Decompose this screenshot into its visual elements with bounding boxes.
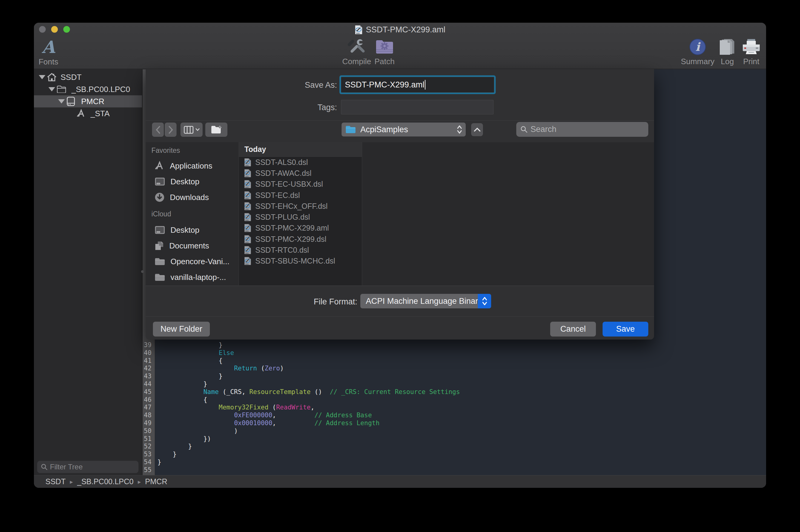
tree-item-ssdt[interactable]: SSDT (34, 71, 142, 83)
cancel-button[interactable]: Cancel (550, 322, 596, 337)
location-value: AcpiSamples (360, 125, 408, 134)
icloud-header: iCloud (151, 210, 171, 218)
file-list-item[interactable]: SSDT-EC-USBX.dsl (239, 179, 362, 190)
up-down-chevrons-icon (482, 297, 487, 306)
chevron-left-icon (156, 126, 161, 134)
pane-splitter-handle[interactable] (141, 270, 144, 273)
file-name: SSDT-EHCx_OFF.dsl (255, 202, 328, 211)
code-line: 48 0xFE000000, // Address Base (143, 412, 766, 419)
sidebar-item-applications[interactable]: Applications (146, 158, 239, 173)
downloads-icon (155, 192, 164, 202)
device-icon (67, 97, 75, 106)
method-icon (77, 109, 86, 118)
toolbar-print-button[interactable]: Print (727, 37, 766, 66)
filter-tree-field[interactable] (37, 461, 139, 473)
toolbar-fonts-button[interactable]: A Fonts (34, 37, 73, 66)
filter-tree-input[interactable] (50, 463, 135, 471)
code-line: 41 { (143, 357, 766, 365)
file-list-item[interactable]: SSDT-PLUG.dsl (239, 211, 362, 223)
save-button[interactable]: Save (602, 322, 648, 337)
tags-label: Tags: (277, 103, 337, 112)
breadcrumb-item: SSDT (45, 477, 66, 486)
search-input[interactable] (531, 125, 644, 134)
breadcrumb-separator-icon: ▸ (138, 478, 141, 486)
save-as-value: SSDT-PMC-X299.aml (345, 80, 425, 90)
new-folder-button[interactable]: New Folder (153, 322, 210, 337)
file-list-item[interactable]: SSDT-PMC-X299.dsl (239, 234, 362, 245)
chevron-down-icon (196, 128, 200, 131)
file-browser: Favorites Applications Desktop Downloads… (146, 142, 654, 285)
toolbar-patch-button[interactable]: Patch (360, 37, 409, 66)
sidebar-item-icloud-desktop[interactable]: Desktop (146, 223, 239, 237)
status-bar-breadcrumb: SSDT ▸ _SB.PC00.LPC0 ▸ PMCR (34, 475, 766, 488)
dsl-file-icon (244, 191, 251, 200)
columns-view-icon (184, 126, 193, 134)
forward-button[interactable] (165, 122, 176, 137)
back-button[interactable] (152, 122, 164, 137)
file-list-item[interactable]: SSDT-EC.dsl (239, 190, 362, 201)
code-line: 39 } (143, 341, 766, 349)
file-format-popup[interactable]: ACPI Machine Language Binary (360, 294, 491, 308)
sidebar-sources: Favorites Applications Desktop Downloads… (146, 142, 239, 285)
sidebar-item-desktop[interactable]: Desktop (146, 174, 239, 189)
disclosure-triangle-icon[interactable] (58, 99, 65, 103)
file-list-item[interactable]: SSDT-PMC-X299.aml (239, 223, 362, 234)
text-caret (425, 80, 425, 90)
code-line: 51 }) (143, 435, 766, 443)
dsl-file-icon (244, 224, 251, 232)
home-icon (47, 73, 56, 81)
file-name: SSDT-PMC-X299.aml (255, 224, 329, 232)
desktop-icon (155, 226, 165, 234)
applications-icon (155, 161, 164, 171)
tree-item-pmcr-selected[interactable]: PMCR (34, 95, 142, 108)
file-name: SSDT-ALS0.dsl (255, 158, 308, 167)
code-line: 54} (143, 458, 766, 466)
dsl-file-icon (244, 180, 251, 189)
file-list-item[interactable]: SSDT-ALS0.dsl (239, 157, 362, 168)
file-format-value: ACPI Machine Language Binary (366, 297, 482, 306)
code-line: 47 Memory32Fixed (ReadWrite, (143, 404, 766, 412)
sidebar-item-vanilla-laptop-folder[interactable]: vanilla-laptop-... (146, 270, 239, 284)
blue-folder-icon (345, 125, 356, 134)
new-folder-toolbar-button[interactable] (205, 122, 227, 137)
code-line: 42 Return (Zero) (143, 365, 766, 373)
breadcrumb-separator-icon: ▸ (70, 478, 73, 486)
sidebar-item-downloads[interactable]: Downloads (146, 190, 239, 205)
file-list-item[interactable]: SSDT-RTC0.dsl (239, 245, 362, 255)
search-field[interactable] (516, 122, 648, 137)
dsl-file-icon (244, 246, 251, 254)
tags-field[interactable] (341, 100, 494, 114)
tree-item-sta[interactable]: _STA (34, 108, 142, 119)
up-directory-button[interactable] (471, 123, 483, 136)
code-line: 40 Else (143, 349, 766, 357)
file-list-item[interactable]: SSDT-AWAC.dsl (239, 168, 362, 178)
printer-icon (742, 37, 760, 56)
source-code: 39 }40 Else41 {42 Return (Zero)43 }44 }4… (143, 341, 766, 474)
disclosure-triangle-icon[interactable] (49, 87, 55, 91)
file-list-item[interactable]: SSDT-SBUS-MCHC.dsl (239, 256, 362, 267)
sidebar-item-opencore-folder[interactable]: Opencore-Vani... (146, 254, 239, 269)
dsl-file-icon (244, 202, 251, 211)
file-name: SSDT-EC.dsl (255, 191, 300, 200)
disclosure-triangle-icon[interactable] (39, 75, 45, 79)
empty-browser-column (362, 142, 654, 285)
file-name: SSDT-PMC-X299.dsl (255, 235, 327, 244)
window-title-area: SSDT-PMC-X299.aml (34, 25, 766, 34)
folder-icon (155, 273, 165, 281)
file-group-header: Today (239, 142, 362, 157)
location-popup[interactable]: AcpiSamples (341, 122, 466, 136)
code-line: 45 Name (_CRS, ResourceTemplate () // _C… (143, 388, 766, 396)
folder-icon (57, 86, 66, 93)
file-name: SSDT-SBUS-MCHC.dsl (255, 256, 335, 265)
view-mode-button[interactable] (181, 122, 203, 137)
desktop-icon (155, 177, 165, 186)
file-list-item[interactable]: SSDT-EHCx_OFF.dsl (239, 201, 362, 211)
save-as-field[interactable]: SSDT-PMC-X299.aml (341, 77, 494, 93)
save-as-label: Save As: (277, 80, 337, 90)
tree-item-sb-pc00-lpc0[interactable]: _SB.PC00.LPC0 (34, 83, 142, 95)
search-icon (521, 126, 527, 133)
favorites-header: Favorites (151, 147, 180, 155)
dsl-file-icon (244, 235, 251, 244)
file-list-column: Today SSDT-ALS0.dsl SSDT-AWAC.dsl SSDT-E… (239, 142, 362, 285)
sidebar-item-documents[interactable]: Documents (146, 239, 239, 253)
